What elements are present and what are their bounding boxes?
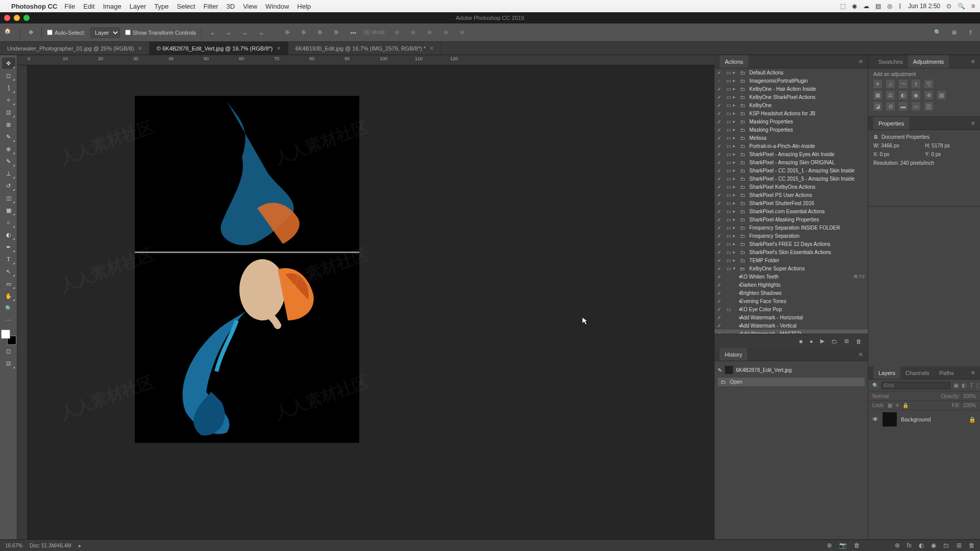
adjustments-tab[interactable]: Adjustments bbox=[908, 55, 949, 68]
trash-icon[interactable]: 🗑 bbox=[856, 338, 862, 344]
document-tab[interactable]: © 6K4B2878_Edit_Vert.jpg @ 16.7% (RGB/8*… bbox=[150, 42, 288, 55]
blend-mode[interactable]: Normal bbox=[872, 393, 889, 399]
group-icon[interactable]: 🗀 bbox=[943, 542, 949, 549]
levels-icon[interactable]: ⊥ bbox=[886, 80, 895, 88]
document-tab[interactable]: 6K4B1930_Edit.jpg @ 16.7% (IMG_2579, RGB… bbox=[288, 42, 442, 55]
layer-name[interactable]: Background bbox=[901, 416, 931, 422]
blur-tool[interactable]: ○ bbox=[2, 217, 15, 228]
eyedropper-tool[interactable]: ✎ bbox=[2, 131, 15, 142]
zoom-level[interactable]: 16.67% bbox=[5, 543, 22, 548]
action-folder[interactable]: ✓▭▸🗀SharkPixel - CC 2015_5 - Amazing Ski… bbox=[715, 174, 868, 183]
menu-filter[interactable]: Filter bbox=[204, 3, 218, 10]
window-minimize[interactable] bbox=[14, 15, 20, 21]
action-item[interactable]: ✓▸Add Watermark - Horizontal bbox=[715, 313, 868, 321]
action-folder[interactable]: ✓▭▸🗀TEMP Folder bbox=[715, 256, 868, 264]
status-icon[interactable]: ☁ bbox=[863, 3, 869, 10]
panel-menu-icon[interactable]: ≡ bbox=[971, 58, 975, 65]
actions-tab[interactable]: Actions bbox=[720, 55, 748, 68]
history-snapshot[interactable]: ✎ 6K4B2878_Edit_Vert.jpg bbox=[718, 364, 865, 375]
action-folder[interactable]: ✓▭▸🗀ImagenomicPortraitPlugin bbox=[715, 77, 868, 85]
ruler-vertical[interactable] bbox=[17, 65, 28, 539]
photofilter-icon[interactable]: ◉ bbox=[912, 91, 920, 99]
lock-position-icon[interactable]: ✛ bbox=[895, 403, 899, 408]
layer-filter-input[interactable] bbox=[881, 382, 950, 389]
more-icon[interactable]: ••• bbox=[348, 27, 359, 38]
new-set-icon[interactable]: 🗀 bbox=[831, 338, 837, 344]
lock-icon[interactable]: 🔒 bbox=[969, 416, 976, 423]
channels-tab[interactable]: Channels bbox=[900, 366, 934, 379]
action-folder[interactable]: ✓▭▸🗀Masking Properties bbox=[715, 117, 868, 126]
auto-select-mode[interactable]: Layer bbox=[90, 28, 120, 38]
gradientmap-icon[interactable]: ▭ bbox=[912, 102, 920, 111]
selective-icon[interactable]: ◫ bbox=[924, 102, 933, 111]
lasso-tool[interactable]: ⟆ bbox=[2, 82, 15, 93]
action-folder[interactable]: ✓▭▸🗀SharkPixel - Amazing Skin ORIGINAL bbox=[715, 158, 868, 166]
frame-tool[interactable]: ⊞ bbox=[2, 119, 15, 130]
action-folder-open[interactable]: ✓▭▾🗁KelbyOne Super Actions bbox=[715, 264, 868, 272]
lock-pixels-icon[interactable]: ▦ bbox=[888, 403, 892, 408]
menu-help[interactable]: Help bbox=[297, 3, 311, 10]
app-name[interactable]: Photoshop CC bbox=[11, 3, 57, 10]
panel-menu-icon[interactable]: ≡ bbox=[859, 350, 863, 358]
auto-select-checkbox[interactable]: Auto-Select: bbox=[47, 30, 85, 36]
action-folder[interactable]: ✓▭▸🗀Melissa bbox=[715, 134, 868, 142]
action-item[interactable]: ✓▸Brighten Shadows bbox=[715, 289, 868, 297]
channelmixer-icon[interactable]: ⊕ bbox=[924, 91, 933, 99]
menu-select[interactable]: Select bbox=[177, 3, 195, 10]
swatches-tab[interactable]: Swatches bbox=[873, 55, 908, 68]
document-tab[interactable]: Underwater_Photographer_01.jpg @ 25% (RG… bbox=[0, 42, 150, 55]
action-folder[interactable]: ✓▭▸🗀SharkPixel's Skin Essentials Actions bbox=[715, 248, 868, 256]
zoom-tool[interactable]: 🔍 bbox=[2, 303, 15, 314]
menu-image[interactable]: Image bbox=[103, 3, 121, 10]
action-folder[interactable]: ✓▭▸🗀KelbyOne - Hair Action Inside bbox=[715, 85, 868, 93]
move-tool[interactable]: ✥ bbox=[2, 58, 15, 69]
action-folder[interactable]: ✓▭▸🗀Frequency Separation INSIDE FOLDER bbox=[715, 223, 868, 232]
status-icon[interactable]: ◉ bbox=[852, 3, 857, 10]
layer-thumbnail[interactable] bbox=[883, 412, 897, 427]
spotlight-icon[interactable]: 🔍 bbox=[958, 3, 965, 10]
distribute-icon[interactable]: ⊪ bbox=[331, 27, 342, 38]
window-maximize[interactable] bbox=[23, 15, 30, 21]
actions-list[interactable]: ✓▭▸🗀Default Actions✓▭▸🗀ImagenomicPortrai… bbox=[715, 68, 868, 334]
ruler-horizontal[interactable]: 0102030405060708090100110120 bbox=[17, 55, 715, 65]
align-right-icon[interactable]: ⫠ bbox=[239, 27, 251, 38]
action-item[interactable]: ✓▸Evening Face Tones bbox=[715, 297, 868, 305]
menu-window[interactable]: Window bbox=[265, 3, 289, 10]
action-item[interactable]: ✓▸Darken Highlights bbox=[715, 281, 868, 289]
action-folder[interactable]: ✓▭▸🗀SharkPixel - Amazing Eyes Atn Inside bbox=[715, 150, 868, 158]
type-tool[interactable]: T bbox=[2, 254, 15, 265]
panel-menu-icon[interactable]: ≡ bbox=[859, 58, 863, 65]
fx-icon[interactable]: fx bbox=[907, 542, 912, 549]
link-icon[interactable]: ⊕ bbox=[895, 542, 900, 549]
filter-image-icon[interactable]: ▣ bbox=[953, 382, 959, 389]
menu-type[interactable]: Type bbox=[154, 3, 168, 10]
status-icon[interactable]: ◎ bbox=[887, 3, 892, 10]
action-folder[interactable]: ✓▭▸🗀KelbyOne SharkPixel Actions bbox=[715, 93, 868, 101]
bluetooth-icon[interactable]: ᛒ bbox=[898, 3, 902, 10]
layers-panel-header[interactable]: Layers Channels Paths ≡ bbox=[868, 366, 980, 380]
menu-layer[interactable]: Layer bbox=[130, 3, 146, 10]
filter-shape-icon[interactable]: ▢ bbox=[976, 382, 980, 389]
filter-type-icon[interactable]: T bbox=[970, 382, 973, 389]
visibility-icon[interactable]: 👁 bbox=[872, 416, 878, 423]
brightness-icon[interactable]: ☀ bbox=[873, 80, 882, 88]
stamp-tool[interactable]: ⊥ bbox=[2, 168, 15, 179]
shape-tool[interactable]: ▭ bbox=[2, 278, 15, 289]
distribute-icon[interactable]: ⊪ bbox=[299, 27, 310, 38]
action-folder[interactable]: ✓▭▸🗀SharkPixel - CC 2015_1 - Amazing Ski… bbox=[715, 166, 868, 174]
status-icon[interactable]: ⬚ bbox=[840, 3, 846, 10]
action-item[interactable]: ✓▸Add Watermark - MASTER bbox=[715, 330, 868, 334]
close-icon[interactable]: × bbox=[277, 44, 281, 52]
home-icon[interactable]: 🏠 bbox=[4, 28, 14, 38]
status-icon[interactable]: ▤ bbox=[875, 3, 881, 10]
record-icon[interactable]: ● bbox=[810, 338, 813, 344]
menu-file[interactable]: File bbox=[64, 3, 75, 10]
properties-tab[interactable]: Properties bbox=[873, 117, 909, 130]
history-tab[interactable]: History bbox=[720, 348, 747, 361]
doc-size[interactable]: Doc: 51.3M/46.4M bbox=[30, 543, 71, 548]
eraser-tool[interactable]: ◫ bbox=[2, 192, 15, 204]
invert-icon[interactable]: ◪ bbox=[873, 102, 882, 111]
marquee-tool[interactable]: ◻ bbox=[2, 70, 15, 81]
gradient-tool[interactable]: ▦ bbox=[2, 205, 15, 216]
action-item[interactable]: ✓▭▸KO Eye Color Pop bbox=[715, 305, 868, 313]
